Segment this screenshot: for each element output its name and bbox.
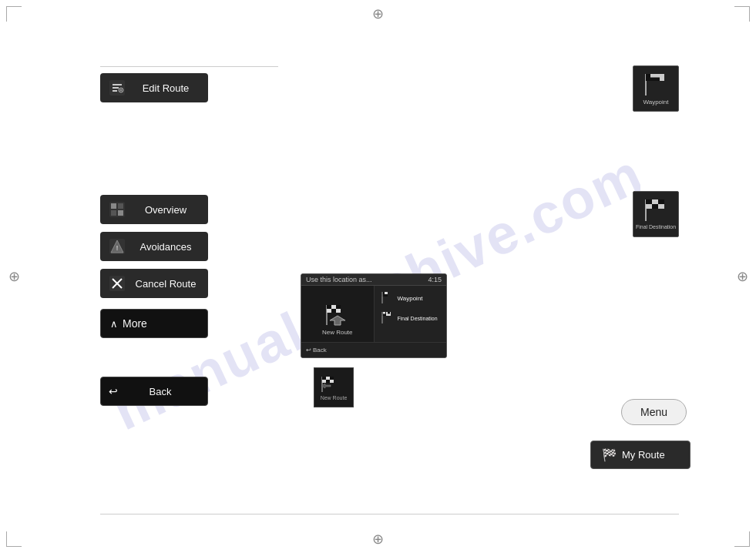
svg-rect-29 [322, 377, 326, 380]
back-arrow-icon: ↩ [109, 385, 118, 397]
final-destination-icon-display: Final Destination [633, 191, 679, 237]
final-destination-screen-label: Final Destination [398, 316, 438, 321]
svg-rect-44 [658, 199, 664, 204]
overview-icon [106, 199, 128, 220]
svg-rect-40 [655, 77, 660, 81]
svg-rect-18 [336, 309, 341, 313]
svg-rect-16 [327, 309, 331, 313]
edit-route-button[interactable]: Edit Route [100, 73, 208, 102]
avoidances-label: Avoidances [134, 241, 197, 253]
svg-rect-26 [388, 312, 390, 314]
crosshair-bottom: ⊕ [371, 531, 386, 547]
svg-rect-38 [650, 74, 655, 78]
left-panel: Edit Route Overview ! Avoidances [100, 73, 208, 406]
gap-1 [100, 110, 208, 187]
final-destination-large-icon [641, 198, 670, 223]
svg-rect-6 [118, 210, 123, 216]
screen-header-text: Use this location as... [306, 276, 372, 283]
cancel-route-button[interactable]: Cancel Route [100, 269, 208, 298]
top-separator-line [100, 66, 278, 67]
crosshair-right: ⊕ [734, 269, 750, 284]
svg-text:!: ! [116, 244, 119, 252]
svg-marker-35 [321, 384, 331, 388]
edit-route-icon [106, 77, 128, 99]
overview-label: Overview [134, 204, 197, 216]
final-destination-option[interactable]: Final Destination [378, 309, 444, 327]
waypoint-icon-box: Waypoint [633, 65, 679, 112]
chevron-up-icon: ∧ [110, 318, 118, 330]
bottom-separator-line [100, 514, 679, 514]
screen-back-label: Back [313, 347, 327, 354]
corner-bl [6, 531, 22, 547]
svg-rect-45 [646, 204, 652, 209]
svg-rect-21 [385, 292, 388, 294]
corner-br [734, 531, 750, 547]
corner-tl [6, 6, 22, 22]
waypoint-screen-icon [381, 291, 395, 305]
svg-rect-43 [652, 199, 658, 204]
svg-rect-42 [646, 199, 652, 204]
avoidances-icon: ! [106, 236, 128, 257]
new-route-screen-label: New Route [322, 329, 353, 336]
more-button[interactable]: ∧ More [100, 309, 208, 338]
back-label: Back [124, 386, 197, 397]
crosshair-top: ⊕ [371, 6, 386, 22]
new-route-thumb-label: New Route [321, 395, 348, 401]
crosshair-left: ⊕ [6, 269, 22, 284]
svg-rect-3 [111, 203, 116, 209]
screen-time: 4:15 [428, 276, 442, 283]
my-route-label: My Route [622, 449, 665, 461]
screen-header: Use this location as... 4:15 [301, 274, 446, 286]
svg-rect-4 [118, 203, 123, 209]
menu-button[interactable]: Menu [621, 399, 687, 425]
svg-rect-5 [111, 210, 116, 216]
svg-rect-17 [331, 309, 336, 313]
menu-label: Menu [640, 406, 667, 418]
corner-tr [734, 6, 750, 22]
final-destination-icon-label: Final Destination [636, 224, 676, 230]
my-route-icon: 🏁 [602, 447, 617, 462]
svg-rect-14 [331, 305, 336, 309]
back-button[interactable]: ↩ Back [100, 377, 208, 406]
svg-rect-47 [658, 204, 664, 209]
edit-route-label: Edit Route [134, 82, 197, 94]
waypoint-large-icon [641, 72, 670, 97]
svg-rect-15 [336, 305, 341, 309]
final-destination-screen-icon [381, 311, 395, 325]
waypoint-option[interactable]: Waypoint [378, 289, 444, 307]
waypoint-icon-label: Waypoint [643, 99, 668, 106]
new-route-flag-icon [324, 303, 351, 327]
more-label: More [123, 317, 147, 330]
svg-rect-46 [652, 204, 658, 209]
device-screen: Use this location as... 4:15 [301, 273, 447, 358]
svg-rect-32 [322, 380, 326, 383]
svg-rect-31 [330, 377, 334, 380]
svg-rect-13 [327, 305, 331, 309]
svg-rect-30 [326, 377, 330, 380]
screen-back-arrow: ↩ [306, 347, 311, 354]
svg-rect-34 [330, 380, 334, 383]
new-route-thumbnail[interactable]: New Route [314, 367, 354, 407]
cancel-route-label: Cancel Route [134, 278, 197, 290]
screen-back-button[interactable]: ↩ Back [306, 347, 327, 354]
my-route-button[interactable]: 🏁 My Route [590, 441, 690, 469]
svg-rect-24 [383, 312, 385, 314]
svg-rect-33 [326, 380, 330, 383]
final-dest-icon-box: Final Destination [633, 191, 679, 237]
svg-marker-19 [330, 316, 345, 325]
waypoint-screen-label: Waypoint [398, 295, 423, 302]
overview-button[interactable]: Overview [100, 195, 208, 224]
cancel-route-icon [106, 273, 128, 294]
waypoint-icon-display: Waypoint [633, 65, 679, 112]
new-route-thumb-icon [320, 375, 348, 394]
avoidances-button[interactable]: ! Avoidances [100, 232, 208, 261]
screen-footer: ↩ Back [301, 342, 446, 357]
